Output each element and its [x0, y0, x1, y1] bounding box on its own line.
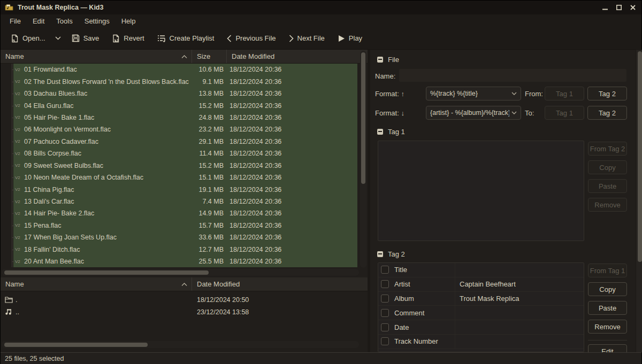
revert-icon	[112, 34, 120, 43]
collapse-icon[interactable]	[377, 251, 383, 257]
table-row[interactable]: V2 13 Dali's Car.flac 7.4 MB 18/12/2024 …	[1, 196, 368, 207]
from-tag2-button[interactable]: Tag 2	[587, 87, 627, 100]
play-button[interactable]: Play	[333, 31, 367, 45]
file-list-header-size[interactable]: Size	[192, 50, 227, 63]
field-checkbox[interactable]	[381, 266, 389, 274]
save-button[interactable]: Save	[67, 31, 104, 45]
table-row[interactable]: V2 02 The Dust Blows Forward 'n the Dust…	[1, 75, 368, 87]
tag-panel-vertical-scrollbar[interactable]	[636, 50, 642, 352]
table-row[interactable]: V2 15 Pena.flac 15.7 MB 18/12/2024 20:36	[1, 220, 368, 231]
collapse-icon[interactable]	[377, 57, 383, 63]
field-checkbox[interactable]	[381, 309, 389, 317]
tag2-field-row[interactable]: Title	[378, 263, 584, 277]
chevron-down-icon	[511, 111, 517, 114]
tag1-remove-button[interactable]: Remove	[588, 198, 627, 212]
field-checkbox[interactable]	[381, 295, 389, 303]
menu-edit[interactable]: Edit	[27, 16, 50, 27]
table-row[interactable]: V2 06 Moonlight on Vermont.flac 23.2 MB …	[1, 123, 368, 135]
file-section-header[interactable]: File	[377, 55, 399, 64]
tag2-from-tag1-button[interactable]: From Tag 1	[588, 264, 627, 277]
table-row[interactable]: V2 08 Bills Corpse.flac 11.4 MB 18/12/20…	[1, 148, 368, 159]
table-row[interactable]: V2 05 Hair Pie- Bake 1.flac 24.8 MB 18/1…	[1, 112, 368, 123]
menu-settings[interactable]: Settings	[79, 16, 116, 27]
field-checkbox[interactable]	[381, 323, 389, 331]
scrollbar-thumb[interactable]	[361, 52, 365, 184]
dir-list-horizontal-scrollbar[interactable]	[2, 341, 359, 348]
collapse-icon[interactable]	[377, 129, 383, 135]
tag2-field-row[interactable]: Comment	[378, 306, 584, 320]
file-date-cell: 18/12/2024 20:36	[227, 114, 281, 121]
table-row[interactable]: V2 11 China Pig.flac 19.1 MB 18/12/2024 …	[1, 183, 368, 195]
table-row[interactable]: V2 14 Hair Pie- Bake 2.flac 14.9 MB 18/1…	[1, 207, 368, 219]
open-button-label: Open...	[22, 34, 45, 42]
scrollbar-thumb[interactable]	[4, 343, 148, 347]
file-list-horizontal-scrollbar[interactable]	[2, 269, 359, 276]
dir-list-header-date[interactable]: Date Modified	[192, 277, 368, 291]
tag2-field-row[interactable]: Artist Captain Beefheart	[378, 277, 584, 292]
field-checkbox[interactable]	[381, 280, 389, 288]
tag1-section-header[interactable]: Tag 1	[377, 127, 405, 136]
next-file-button[interactable]: Next File	[284, 31, 330, 45]
table-row[interactable]: V2 10 Neon Meate Dream of a Octafish.fla…	[1, 172, 368, 183]
field-checkbox[interactable]	[381, 337, 389, 345]
table-row[interactable]: V2 04 Ella Guru.flac 15.2 MB 18/12/2024 …	[1, 99, 368, 111]
minimize-button[interactable]	[600, 3, 610, 12]
table-row[interactable]: V2 17 When Big Joan Sets Up.flac 33.6 MB…	[1, 231, 368, 243]
file-date-cell: 18/12/2024 20:36	[227, 198, 281, 205]
previous-file-button[interactable]: Previous File	[222, 31, 280, 45]
field-label: Title	[394, 266, 455, 274]
create-playlist-button-label: Create Playlist	[170, 34, 215, 42]
file-date-cell: 18/12/2024 20:36	[227, 150, 281, 157]
list-item[interactable]: . 18/12/2024 20:50	[1, 293, 368, 306]
tag2-remove-button[interactable]: Remove	[588, 320, 627, 334]
tag2-edit-button[interactable]: Edit	[588, 344, 627, 352]
revert-button-label: Revert	[124, 34, 144, 42]
to-tag2-button[interactable]: Tag 2	[587, 106, 627, 120]
dir-list-header-name[interactable]: Name	[1, 277, 192, 291]
tag-v2-badge: V2	[13, 67, 24, 72]
table-row[interactable]: V2 03 Dachau Blues.flac 13.8 MB 18/12/20…	[1, 88, 368, 99]
close-button[interactable]	[628, 3, 638, 12]
table-row[interactable]: V2 07 Pachuco Cadaver.flac 29.1 MB 18/12…	[1, 136, 368, 148]
tag1-from-tag2-button[interactable]: From Tag 2	[588, 142, 627, 156]
maximize-button[interactable]	[614, 3, 624, 12]
field-label: Comment	[394, 309, 455, 317]
scrollbar-thumb[interactable]	[638, 51, 642, 262]
filename-input[interactable]	[399, 69, 626, 82]
table-row[interactable]: V2 20 Ant Man Bee.flac 25.5 MB 18/12/202…	[1, 255, 368, 267]
column-label-size: Size	[197, 52, 210, 60]
file-list-header-name[interactable]: Name	[1, 50, 192, 63]
revert-button[interactable]: Revert	[107, 31, 149, 46]
table-row[interactable]: V2 09 Sweet Sweet Bulbs.flac 15.2 MB 18/…	[1, 160, 368, 172]
format-to-filename-combobox[interactable]: {artist} - %{album}/%{track} %{title}	[426, 106, 521, 120]
menu-tools[interactable]: Tools	[50, 16, 78, 27]
tag2-paste-button[interactable]: Paste	[588, 301, 627, 315]
tag1-paste-button[interactable]: Paste	[588, 179, 627, 193]
table-row[interactable]: V2 01 Frownland.flac 10.6 MB 18/12/2024 …	[1, 64, 368, 75]
tag1-copy-button[interactable]: Copy	[588, 160, 627, 174]
tag2-field-row[interactable]: Album Trout Mask Replica	[378, 292, 584, 306]
file-list-header-date[interactable]: Date Modified	[227, 50, 368, 63]
tag2-copy-button[interactable]: Copy	[588, 282, 627, 296]
chevron-down-icon	[511, 92, 517, 95]
tag2-section-header[interactable]: Tag 2	[377, 249, 405, 259]
tag2-field-row[interactable]: Track Number	[378, 335, 584, 349]
tag2-field-row[interactable]: Date	[378, 320, 584, 335]
file-date-cell: 18/12/2024 20:36	[227, 162, 281, 169]
field-value[interactable]: Captain Beefheart	[455, 280, 516, 288]
file-list-vertical-scrollbar[interactable]	[360, 51, 366, 268]
open-button[interactable]: Open...	[6, 31, 50, 46]
from-tag1-button[interactable]: Tag 1	[545, 87, 584, 100]
scrollbar-thumb[interactable]	[4, 270, 209, 275]
file-size-cell: 12.7 MB	[192, 246, 227, 253]
list-item[interactable]: .. 23/12/2024 13:58	[1, 306, 368, 318]
menu-file[interactable]: File	[4, 16, 27, 27]
format-from-filename-combobox[interactable]: %{track} %{title}	[426, 87, 521, 100]
file-date-cell: 18/12/2024 20:36	[227, 90, 281, 97]
create-playlist-button[interactable]: Create Playlist	[152, 31, 219, 45]
table-row[interactable]: V2 18 Fallin' Ditch.flac 12.7 MB 18/12/2…	[1, 244, 368, 255]
to-tag1-button[interactable]: Tag 1	[545, 106, 584, 120]
open-dropdown-button[interactable]	[52, 33, 64, 43]
field-value[interactable]: Trout Mask Replica	[455, 295, 519, 303]
menu-help[interactable]: Help	[116, 16, 142, 27]
